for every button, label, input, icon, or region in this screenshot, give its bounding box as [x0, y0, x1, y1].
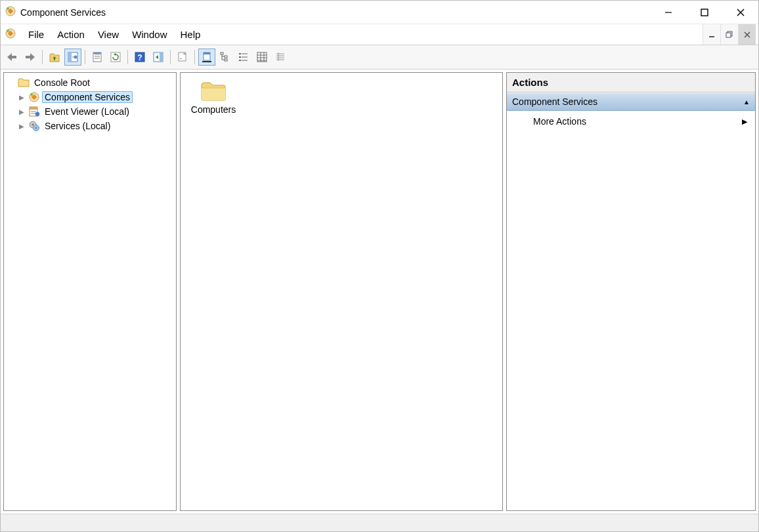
svg-rect-18 — [68, 52, 72, 62]
close-button[interactable] — [722, 1, 758, 24]
svg-rect-29 — [160, 52, 163, 62]
tree-root[interactable]: Console Root — [4, 75, 176, 90]
actions-item-more-actions[interactable]: More Actions ▶ — [507, 111, 755, 132]
mdi-minimize-button[interactable] — [703, 24, 721, 45]
menu-window[interactable]: Window — [125, 26, 173, 43]
folder-icon — [17, 77, 30, 88]
mdi-restore-button[interactable] — [721, 24, 739, 45]
refresh-button[interactable] — [107, 49, 124, 66]
svg-rect-37 — [225, 59, 227, 61]
show-hide-action-button[interactable] — [150, 49, 167, 66]
status-bar — [1, 514, 758, 531]
svg-rect-59 — [30, 107, 37, 110]
tree-node-label: Services (Local) — [42, 120, 113, 132]
tree-node-label: Event Viewer (Local) — [42, 106, 132, 117]
actions-item-label: More Actions — [533, 116, 586, 127]
folder-item-computers[interactable]: Computers — [187, 79, 240, 115]
mdi-close-button[interactable] — [739, 24, 756, 45]
svg-point-9 — [7, 30, 9, 32]
menu-action[interactable]: Action — [51, 26, 91, 43]
svg-rect-33 — [204, 52, 210, 54]
view-detail-button[interactable] — [253, 49, 271, 66]
tree-root-label: Console Root — [32, 77, 93, 89]
chevron-right-icon[interactable]: ▶ — [17, 94, 26, 101]
actions-section-label: Component Services — [512, 96, 597, 107]
svg-rect-4 — [701, 9, 708, 16]
menu-help[interactable]: Help — [173, 26, 207, 43]
view-status-button[interactable] — [198, 49, 215, 66]
chevron-right-icon: ▶ — [742, 117, 747, 126]
svg-point-66 — [35, 127, 37, 129]
toolbar: ? — [1, 45, 758, 70]
svg-point-19 — [74, 56, 77, 59]
svg-rect-24 — [93, 52, 101, 54]
services-icon — [28, 120, 41, 132]
actions-section-title[interactable]: Component Services ▲ — [507, 92, 755, 111]
show-hide-tree-button[interactable] — [64, 49, 81, 66]
tree-node-component-services[interactable]: ▶ Component Services — [14, 90, 176, 104]
component-services-icon — [28, 91, 41, 103]
svg-rect-20 — [93, 52, 101, 62]
svg-rect-16 — [26, 56, 31, 58]
app-icon-small — [5, 28, 16, 41]
menu-file[interactable]: File — [22, 26, 51, 43]
tree-node-label: Component Services — [42, 91, 133, 103]
actions-header: Actions — [507, 73, 755, 92]
collapse-up-icon: ▲ — [743, 98, 750, 106]
folder-item-label: Computers — [187, 104, 240, 115]
view-large-button[interactable] — [272, 49, 289, 66]
tree-node-event-viewer[interactable]: ▶ Event Viewer (Local) — [14, 104, 176, 119]
new-window-button[interactable] — [174, 49, 191, 66]
up-button[interactable] — [46, 49, 63, 66]
view-list-button[interactable] — [235, 49, 252, 66]
back-button[interactable] — [3, 49, 20, 66]
svg-rect-35 — [221, 52, 223, 54]
svg-rect-42 — [239, 60, 241, 61]
svg-point-2 — [7, 7, 9, 10]
result-panel: Computers — [180, 72, 503, 511]
chevron-right-icon[interactable]: ▶ — [17, 108, 26, 115]
event-viewer-icon — [28, 106, 41, 117]
svg-rect-40 — [239, 56, 241, 58]
svg-point-64 — [32, 123, 34, 126]
svg-rect-36 — [225, 56, 227, 58]
console-tree-panel: Console Root ▶ Component Services ▶ — [3, 72, 177, 511]
svg-rect-12 — [726, 33, 731, 37]
forward-button[interactable] — [22, 49, 39, 66]
view-tree-button[interactable] — [217, 49, 234, 66]
window-title: Component Services — [20, 7, 106, 18]
svg-text:?: ? — [137, 53, 142, 62]
help-button[interactable]: ? — [131, 49, 148, 66]
actions-panel: Actions Component Services ▲ More Action… — [506, 72, 756, 511]
maximize-button[interactable] — [686, 1, 722, 24]
svg-rect-31 — [180, 58, 182, 59]
chevron-right-icon[interactable]: ▶ — [17, 123, 26, 130]
minimize-button[interactable] — [650, 1, 686, 24]
menu-view[interactable]: View — [91, 26, 125, 43]
tree-node-services[interactable]: ▶ Services (Local) — [14, 119, 176, 133]
svg-point-57 — [30, 93, 33, 96]
folder-icon — [200, 79, 227, 102]
app-icon — [5, 5, 16, 19]
title-bar: Component Services — [1, 1, 758, 24]
svg-point-62 — [35, 112, 39, 116]
menu-bar: File Action View Window Help — [1, 24, 758, 45]
svg-rect-38 — [239, 53, 241, 54]
svg-rect-15 — [11, 56, 16, 58]
properties-button[interactable] — [89, 49, 106, 66]
